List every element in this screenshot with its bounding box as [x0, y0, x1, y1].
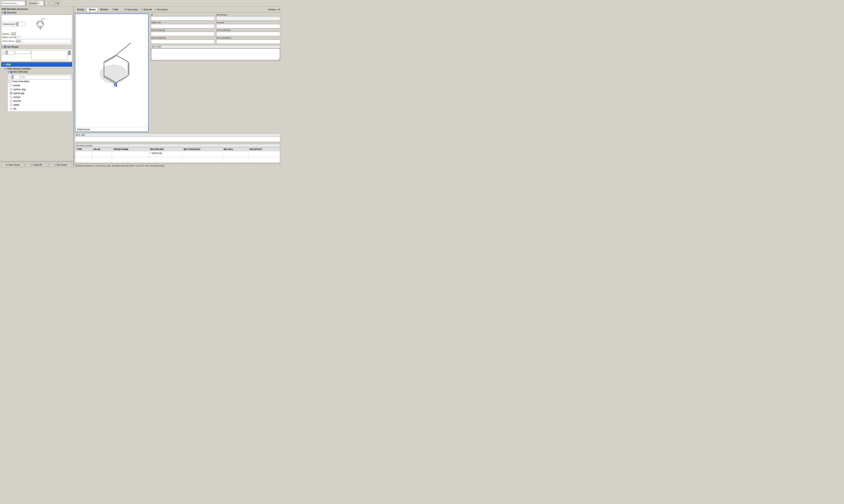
rabbit-radio[interactable] [10, 104, 12, 106]
smdl-idx-input[interactable] [151, 24, 215, 28]
domain-select[interactable]: ≡ ... ▲ ▼ [38, 1, 47, 6]
chem-terms-btn[interactable]: ... [16, 40, 21, 43]
domain-arrows[interactable]: ▲ ▼ [43, 1, 46, 5]
activities-collapse-arrow[interactable]: ▼ [4, 68, 6, 70]
molweight-checkbox[interactable] [4, 46, 6, 48]
chem-terms-label: Chem Terms: [2, 40, 15, 42]
mol-smi-input[interactable] [75, 137, 280, 142]
exp-logwsol-label: EXP.LOGWSOL [216, 37, 280, 39]
small-mol-preview[interactable]: N [27, 16, 54, 32]
list-item[interactable]: guinea pig [8, 91, 71, 95]
structure-type-select[interactable]: Substructure ▲ ▼ [2, 22, 25, 26]
svg-text:N: N [39, 27, 41, 30]
mw-operator-select[interactable]: < ▲ ▼ [2, 50, 14, 55]
exp-logkow-input[interactable] [216, 32, 280, 36]
structure-checkbox[interactable] [4, 12, 6, 14]
grid-btn[interactable]: ⊞ [55, 1, 60, 6]
structure-collapse-arrow[interactable]: ▼ [1, 12, 3, 14]
est-logkow-label: EST.LOGKOW [151, 29, 215, 31]
list-item[interactable]: rabbit [8, 103, 71, 107]
recent-queries-arrows[interactable]: ▲ ▼ [25, 1, 27, 5]
bio-species-dropdown[interactable]: bovine canine: dog guinea pig [8, 84, 71, 111]
top-toolbar: Recent queries... ▲ ▼ Domain: ≡ ... ▲ ▼ … [0, 0, 281, 6]
options-btn[interactable]: ... [11, 32, 16, 35]
est-logkow-input[interactable] [151, 32, 215, 36]
bio-filter-input[interactable] [21, 75, 71, 79]
human-radio[interactable] [10, 96, 12, 98]
chem-terms-row: Chem Terms: ... [2, 39, 71, 43]
and-bar[interactable]: ▼ AND [1, 62, 72, 67]
mw-textarea[interactable] [31, 50, 67, 60]
main-layout: AND Wombat structures ▼ Structure Substr… [0, 6, 281, 168]
tab-domain: Domain: ≡ E [268, 8, 280, 11]
bovine-radio[interactable] [10, 84, 12, 87]
porcine-radio[interactable] [10, 100, 12, 102]
list-item[interactable]: rat [8, 107, 71, 111]
cell-bio-effect [248, 151, 280, 157]
tab-design[interactable]: Design [75, 7, 86, 12]
run-query-tab-button[interactable]: ▷ Run Query [154, 8, 169, 11]
tab-query[interactable]: Query [87, 7, 98, 12]
id-input[interactable] [151, 16, 215, 21]
formula-label: Formula [216, 21, 280, 24]
mol-ref-textarea[interactable] [151, 49, 280, 60]
case-insensitive-label: Case Insensitive [12, 80, 29, 83]
list-item[interactable]: bovine [8, 84, 71, 87]
left-content: AND Wombat structures ▼ Structure Substr… [0, 6, 73, 161]
arrow-down-icon: ▼ [44, 3, 45, 5]
mw-value-input[interactable]: 400 [15, 50, 31, 54]
bio-species-checkbox[interactable] [10, 71, 13, 73]
show-all-tab-button[interactable]: ▷ Show All [140, 8, 153, 11]
est-logwsol-input[interactable] [151, 39, 215, 44]
bio-operator-arrows[interactable]: ▲ ▼ [11, 75, 14, 79]
wombat-table-body: = guinea pig [75, 151, 280, 163]
mw-scrollbar[interactable] [68, 50, 71, 55]
molweight-prop-input[interactable]: < 400 [216, 16, 280, 21]
mw-operator-arrows[interactable]: ▲ ▼ [5, 50, 8, 55]
rat-radio[interactable] [10, 108, 12, 110]
lightning-btn[interactable]: ⚡ [49, 1, 55, 6]
svg-text:N: N [114, 83, 117, 88]
bottom-toolbar-left: ✕ Clear Query ▷ Show All ▷ Run Query [0, 161, 73, 168]
mol-canvas[interactable]: N [75, 14, 148, 127]
props-row-1: ID Mol Weight < 400 [151, 14, 280, 21]
bio-species-container: ▼ BIO.SPECIES = ▲ ▼ [7, 71, 72, 112]
col-type: TYPE [75, 147, 92, 151]
options-row: Options: ... [2, 32, 71, 35]
show-all-icon: ▷ [31, 164, 33, 166]
recent-queries-select[interactable]: Recent queries... ▲ ▼ [1, 1, 28, 6]
bio-operator-select[interactable]: = ▲ ▼ [8, 75, 20, 79]
structure-type-row: Substructure ▲ ▼ [2, 16, 71, 32]
list-item[interactable]: human [8, 95, 71, 99]
bio-species-collapse-arrow[interactable]: ▼ [7, 71, 9, 73]
wombat-activities-table: TYPE VALUE TARGET.NAME BIO.SPECIES BIO.T… [75, 147, 280, 163]
return-non-hits-checkbox[interactable] [18, 36, 20, 38]
tab-browse[interactable]: Browse [98, 7, 110, 12]
exp-logwsol-input[interactable] [216, 39, 280, 44]
chem-terms-input[interactable] [22, 39, 71, 43]
tab-code[interactable]: Code [110, 7, 120, 12]
show-all-button[interactable]: ▷ Show All [25, 163, 48, 167]
tab-browse-label: Browse [100, 8, 108, 11]
guinea-pig-label: guinea pig [13, 92, 24, 95]
clear-query-button[interactable]: ✕ Clear Query [1, 163, 24, 167]
clear-query-tab-button[interactable]: ✕ Clear Query [123, 8, 139, 11]
structure-type-arrows[interactable]: ▲ ▼ [16, 22, 18, 26]
arrow-down-icon: ▼ [12, 77, 13, 79]
and-collapse-arrow: ▼ [3, 64, 5, 66]
list-item[interactable]: canine: dog [8, 87, 71, 91]
props-row-2: SMDL.IDX Formula [151, 21, 280, 28]
activities-tree-item: ▼ AND Wombat activities [4, 68, 72, 70]
molweight-collapse-arrow[interactable]: ▼ [1, 46, 3, 48]
props-panel: ID Mol Weight < 400 SMDL.IDX Formula [150, 13, 281, 133]
list-item[interactable]: porcine [8, 99, 71, 103]
case-insensitive-checkbox[interactable] [8, 80, 11, 83]
mol-smi-box: MOL.SMI [75, 133, 280, 142]
cell-bio-cell-empty [222, 157, 248, 163]
guinea-pig-radio[interactable] [10, 92, 12, 94]
formula-input[interactable] [216, 24, 280, 28]
canine-radio[interactable] [10, 88, 12, 91]
run-query-button[interactable]: ▷ Run Query [49, 163, 72, 167]
col-bio-species: BIO.SPECIES [149, 147, 183, 151]
structure-tree-item: ▼ Structure [1, 11, 72, 14]
